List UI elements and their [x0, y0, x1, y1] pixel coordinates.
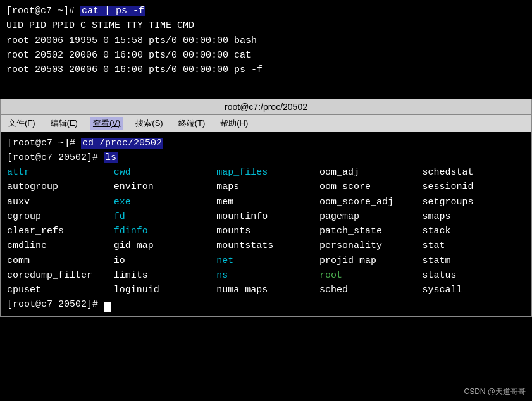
ls-cell: io — [114, 254, 217, 268]
ls-cell: stat — [422, 238, 525, 253]
ls-cell: gid_map — [114, 238, 217, 253]
ls-cell: oom_score — [319, 180, 423, 194]
ls-cell: status — [422, 268, 525, 283]
ps-header: UID PID PPID C STIME TTY TIME CMD — [6, 18, 526, 33]
ls-cell: cgroup — [7, 209, 114, 224]
top-prompt: [root@c7 ~]# — [6, 6, 80, 16]
ls-cell: mounts — [216, 224, 319, 238]
ls-cell: fdinfo — [114, 224, 217, 238]
ls-prompt: [root@c7 20502]# — [7, 152, 104, 163]
ls-cell: attr — [7, 165, 114, 180]
ls-cell: fd — [114, 209, 217, 224]
ls-cell: smaps — [422, 209, 525, 224]
ls-cell: cmdline — [7, 238, 114, 253]
empty-line — [6, 77, 526, 92]
ps-row-3: root 20503 20006 0 16:00 pts/0 00:00:00 … — [6, 63, 526, 77]
top-cmd: cat | ps -f — [80, 6, 145, 16]
cursor — [104, 302, 111, 312]
menu-edit[interactable]: 编辑(E) — [48, 117, 80, 130]
menu-file[interactable]: 文件(F) — [6, 117, 38, 130]
ls-cell: patch_state — [319, 224, 423, 238]
cd-cmd-line: [root@c7 ~]# cd /proc/20502 — [7, 136, 525, 151]
top-terminal: [root@c7 ~]# cat | ps -f UID PID PPID C … — [0, 0, 532, 99]
cd-cmd: cd /proc/20502 — [81, 138, 163, 149]
ls-cell: personality — [319, 238, 423, 253]
ls-cell: mountinfo — [216, 209, 319, 224]
window-menubar: 文件(F) 编辑(E) 查看(V) 搜索(S) 终端(T) 帮助(H) — [1, 115, 531, 132]
ls-cell: map_files — [216, 165, 319, 180]
ls-cell: coredump_filter — [7, 268, 114, 283]
ls-cell: autogroup — [7, 180, 114, 194]
final-prompt-line: [root@c7 20502]# — [7, 297, 525, 312]
cd-prompt: [root@c7 ~]# — [7, 138, 81, 149]
ls-cell: cpuset — [7, 283, 114, 297]
ls-cell: mem — [216, 195, 319, 209]
ls-cell: loginuid — [114, 283, 217, 297]
ls-cmd-line: [root@c7 20502]# ls — [7, 151, 525, 165]
ls-cell: oom_adj — [319, 165, 423, 180]
ls-cell: clear_refs — [7, 224, 114, 238]
ls-cell: oom_score_adj — [319, 195, 423, 209]
ps-row-2: root 20502 20006 0 16:00 pts/0 00:00:00 … — [6, 48, 526, 63]
ls-cell: ns — [216, 268, 319, 283]
ps-row-1: root 20006 19995 0 15:58 pts/0 00:00:00 … — [6, 34, 526, 48]
ls-cmd: ls — [104, 152, 118, 163]
ls-cell: schedstat — [422, 165, 525, 180]
ls-row: clear_refsfdinfomountspatch_statestack — [7, 224, 525, 238]
ls-cell: numa_maps — [216, 283, 319, 297]
ls-cell: mountstats — [216, 238, 319, 253]
ls-cell: auxv — [7, 195, 114, 209]
menu-terminal[interactable]: 终端(T) — [176, 117, 208, 130]
ls-row: attrcwdmap_filesoom_adjschedstat — [7, 165, 525, 180]
ls-cell: comm — [7, 254, 114, 268]
ls-cell: exe — [114, 195, 217, 209]
ls-cell: cwd — [114, 165, 217, 180]
ls-cell: root — [319, 268, 423, 283]
bottom-terminal: [root@c7 ~]# cd /proc/20502 [root@c7 205… — [1, 132, 531, 316]
window-titlebar: root@c7:/proc/20502 — [1, 99, 531, 115]
ls-cell: pagemap — [319, 209, 423, 224]
ls-row: coredump_filterlimitsnsrootstatus — [7, 268, 525, 283]
ls-cell: projid_map — [319, 254, 423, 268]
terminal-window: root@c7:/proc/20502 文件(F) 编辑(E) 查看(V) 搜索… — [0, 99, 532, 317]
ls-row: commionetprojid_mapstatm — [7, 254, 525, 268]
ls-cell: stack — [422, 224, 525, 238]
menu-view[interactable]: 查看(V) — [90, 117, 123, 130]
menu-search[interactable]: 搜索(S) — [133, 117, 165, 130]
ls-cell: setgroups — [422, 195, 525, 209]
ls-cell: environ — [114, 180, 217, 194]
ls-cell: net — [216, 254, 319, 268]
ls-cell: syscall — [422, 283, 525, 297]
ls-cell: sessionid — [422, 180, 525, 194]
ls-cell: sched — [319, 283, 423, 297]
ls-row: cpusetloginuidnuma_mapsschedsyscall — [7, 283, 525, 297]
ls-row: cmdlinegid_mapmountstatspersonalitystat — [7, 238, 525, 253]
top-cmd-line: [root@c7 ~]# cat | ps -f — [6, 4, 526, 18]
ls-row: cgroupfdmountinfopagemapsmaps — [7, 209, 525, 224]
final-prompt: [root@c7 20502]# — [7, 299, 104, 310]
ls-cell: limits — [114, 268, 217, 283]
ls-cell: statm — [422, 254, 525, 268]
ls-output: attrcwdmap_filesoom_adjschedstatautogrou… — [7, 165, 525, 297]
watermark: CSDN @天道哥哥 — [464, 386, 526, 397]
ls-row: auxvexememoom_score_adjsetgroups — [7, 195, 525, 209]
ls-cell: maps — [216, 180, 319, 194]
ls-row: autogroupenvironmapsoom_scoresessionid — [7, 180, 525, 194]
menu-help[interactable]: 帮助(H) — [218, 117, 251, 130]
